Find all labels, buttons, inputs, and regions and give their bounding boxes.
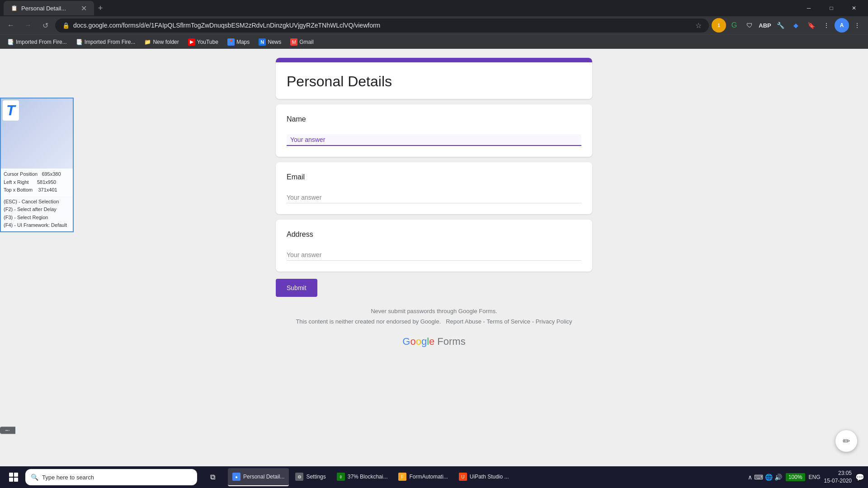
new-tab-button[interactable]: + bbox=[94, 2, 107, 14]
extension-4-icon[interactable]: ◆ bbox=[788, 18, 803, 33]
bookmark-gmail[interactable]: M Gmail bbox=[287, 37, 317, 47]
taskbar-right: ∧ ⌨ 🌐 🔊 100% ENG 23:05 15-07-2020 💬 bbox=[748, 469, 864, 485]
left-right-label: Left x Right 581x950 bbox=[4, 178, 70, 186]
toolbar-icons: 1 G 🛡 ABP 🔧 ◆ 🔖 ⋮ A ⋮ bbox=[712, 18, 864, 33]
report-abuse-link[interactable]: Report Abuse bbox=[446, 318, 481, 325]
taskbar-app-settings[interactable]: ⚙ Settings bbox=[291, 468, 330, 486]
taskbar-formautomati-label: FormAutomati... bbox=[409, 474, 448, 480]
profile-button[interactable]: A bbox=[835, 18, 849, 33]
back-button[interactable]: ← bbox=[4, 18, 18, 33]
extension-3-icon[interactable]: 🔧 bbox=[773, 18, 788, 33]
bookmark-gmail-label: Gmail bbox=[299, 39, 313, 45]
keyboard-icon[interactable]: ⌨ bbox=[754, 474, 763, 481]
bookmark-new-folder-label: New folder bbox=[153, 39, 179, 45]
tab-close-button[interactable]: ✕ bbox=[81, 4, 87, 13]
clock-date: 15-07-2020 bbox=[824, 477, 852, 485]
task-view-button[interactable]: ⧉ bbox=[203, 467, 222, 487]
bookmark-youtube[interactable]: ▶ YouTube bbox=[184, 37, 222, 47]
taskbar: 🔍 Type here to search ⧉ ● Personal Detai… bbox=[0, 466, 868, 488]
name-answer-input[interactable] bbox=[287, 134, 581, 146]
address-bar: ← → ↺ 🔒 docs.google.com/forms/d/e/1FAIpQ… bbox=[0, 16, 868, 34]
bookmark-new-folder[interactable]: 📁 New folder bbox=[141, 37, 182, 47]
youtube-icon: ▶ bbox=[188, 38, 195, 46]
url-bar[interactable]: 🔒 docs.google.com/forms/d/e/1FAIpQLSflrm… bbox=[55, 19, 709, 33]
taskbar-search-bar[interactable]: 🔍 Type here to search bbox=[25, 469, 197, 485]
email-question-label: Email bbox=[287, 173, 581, 181]
active-tab[interactable]: 📋 Personal Detail... ✕ bbox=[4, 1, 94, 15]
bookmark-imported1-label: Imported From Fire... bbox=[16, 39, 67, 45]
snipping-info: Cursor Position 695x380 Left x Right 581… bbox=[1, 169, 73, 196]
snipping-commands: (ESC) - Cancel Selection (F2) - Select a… bbox=[1, 196, 73, 231]
bookmarks-btn[interactable]: 🔖 bbox=[804, 18, 818, 33]
bookmark-star-icon[interactable]: ☆ bbox=[695, 21, 702, 30]
extension-2-icon[interactable]: 🛡 bbox=[742, 18, 757, 33]
submit-button[interactable]: Submit bbox=[276, 279, 317, 297]
email-question-card: Email bbox=[276, 162, 592, 214]
taskbar-settings-label: Settings bbox=[306, 474, 326, 480]
bookmark-imported1-icon: 📑 bbox=[7, 39, 14, 45]
uipath-app-icon: U bbox=[459, 473, 467, 481]
forms-text: Forms bbox=[437, 336, 465, 347]
taskbar-app-uipath[interactable]: U UiPath Studio ... bbox=[454, 468, 514, 486]
settings-dots-button[interactable]: ⋮ bbox=[819, 18, 834, 33]
secure-icon: 🔒 bbox=[62, 22, 70, 29]
form-header-accent-bar bbox=[276, 58, 592, 62]
taskbar-app-formautomati[interactable]: F FormAutomati... bbox=[394, 468, 452, 486]
edit-fab-button[interactable]: ✏ bbox=[835, 430, 857, 452]
tab-bar: 📋 Personal Detail... ✕ + bbox=[4, 1, 795, 15]
chrome-app-icon: ● bbox=[232, 473, 241, 481]
start-button[interactable] bbox=[4, 467, 24, 487]
form-header-content: Personal Details bbox=[276, 62, 592, 99]
bookmark-imported2-label: Imported From Fire... bbox=[85, 39, 136, 45]
close-button[interactable]: ✕ bbox=[844, 1, 864, 15]
taskbar-center-icons: ⧉ bbox=[203, 467, 222, 487]
bookmark-news[interactable]: N News bbox=[255, 37, 285, 47]
chrome-window: 📋 Personal Detail... ✕ + ─ □ ✕ ← → ↺ 🔒 d… bbox=[0, 0, 868, 488]
bookmarks-bar: 📑 Imported From Fire... 📑 Imported From … bbox=[0, 34, 868, 49]
snipping-cmd-esc: (ESC) - Cancel Selection bbox=[4, 198, 70, 206]
taskbar-app-blockchain[interactable]: ₿ 37% Blockchai... bbox=[332, 468, 392, 486]
bookmark-youtube-label: YouTube bbox=[197, 39, 218, 45]
google-logo-text: Google bbox=[402, 336, 434, 347]
google-forms-logo: Google Forms bbox=[276, 336, 592, 347]
minimize-button[interactable]: ─ bbox=[798, 1, 819, 15]
address-answer-input[interactable] bbox=[287, 249, 581, 261]
tab-favicon: 📋 bbox=[11, 5, 18, 11]
bookmark-maps[interactable]: 📍 Maps bbox=[224, 37, 253, 47]
url-text: docs.google.com/forms/d/e/1FAIpQLSflrmTo… bbox=[73, 22, 692, 29]
network-icon[interactable]: 🌐 bbox=[765, 474, 773, 481]
address-question-label: Address bbox=[287, 230, 581, 239]
taskbar-clock[interactable]: 23:05 15-07-2020 bbox=[824, 469, 852, 485]
search-icon: 🔍 bbox=[31, 474, 38, 481]
extensions-button[interactable]: 1 bbox=[712, 18, 726, 33]
tray-expand-icon[interactable]: ∧ bbox=[748, 474, 752, 481]
bookmark-imported2[interactable]: 📑 Imported From Fire... bbox=[72, 37, 139, 47]
extension-1-icon[interactable]: G bbox=[727, 18, 741, 33]
clock-time: 23:05 bbox=[824, 469, 852, 477]
gmail-icon: M bbox=[290, 38, 297, 46]
email-answer-input[interactable] bbox=[287, 192, 581, 203]
windows-icon bbox=[9, 473, 18, 482]
privacy-policy-link[interactable]: Privacy Policy bbox=[536, 318, 572, 325]
taskbar-search-text: Type here to search bbox=[42, 474, 94, 481]
adblock-icon[interactable]: ABP bbox=[758, 18, 772, 33]
taskbar-app-chrome[interactable]: ● Personal Detail... bbox=[228, 468, 289, 486]
snipping-cmd-f2: (F2) - Select after Delay bbox=[4, 206, 70, 214]
reload-button[interactable]: ↺ bbox=[38, 18, 52, 33]
terms-of-service-link[interactable]: Terms of Service bbox=[486, 318, 530, 325]
volume-icon[interactable]: 🔊 bbox=[774, 474, 782, 481]
title-bar: 📋 Personal Detail... ✕ + ─ □ ✕ bbox=[0, 0, 868, 16]
bookmark-folder-icon: 📁 bbox=[144, 39, 151, 45]
maximize-button[interactable]: □ bbox=[821, 1, 842, 15]
forward-button[interactable]: → bbox=[21, 18, 35, 33]
more-options-button[interactable]: ⋮ bbox=[850, 18, 864, 33]
form-title: Personal Details bbox=[287, 73, 581, 90]
language-indicator: ENG bbox=[809, 474, 821, 480]
bookmark-imported1[interactable]: 📑 Imported From Fire... bbox=[4, 37, 71, 47]
bookmark-maps-label: Maps bbox=[236, 39, 250, 45]
form-footer-links: This content is neither created nor endo… bbox=[276, 318, 592, 325]
feedback-button[interactable]: ! bbox=[0, 427, 15, 434]
snipping-preview: T bbox=[1, 99, 73, 169]
maps-icon: 📍 bbox=[227, 38, 235, 46]
notification-button[interactable]: 💬 bbox=[855, 473, 864, 482]
